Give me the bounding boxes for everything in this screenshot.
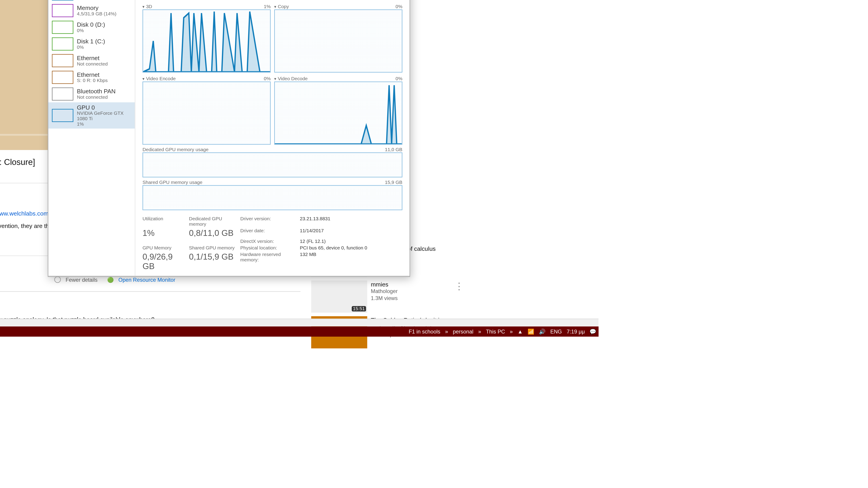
notifications-icon[interactable]: 💬 — [590, 328, 596, 334]
resource-bluetoothpan[interactable]: Bluetooth PANNot connected — [49, 86, 135, 102]
resource-disk0d[interactable]: Disk 0 (D:)0% — [49, 19, 135, 36]
volume-icon[interactable]: 🔊 — [539, 328, 546, 334]
resource-disk1c[interactable]: Disk 1 (C:)0% — [49, 36, 135, 53]
resource-memory[interactable]: Memory4,5/31,9 GB (14%) — [49, 2, 135, 19]
add-comment-input[interactable]: Add a public comment... — [0, 283, 301, 292]
resource-ethernet[interactable]: EthernetNot connected — [49, 53, 135, 69]
resource-ethernet[interactable]: EthernetS: 0 R: 0 Kbps — [49, 69, 135, 86]
tray-overflow-icon[interactable]: ▲ — [518, 328, 523, 334]
open-resource-monitor-link[interactable]: Open Resource Monitor — [119, 276, 176, 283]
description-link[interactable]: http://www.welchlabs.com — [0, 210, 49, 217]
task-manager-window: Task Manager — ▢ ✕ FileOptionsView Proce… — [48, 0, 410, 277]
gpu-chart-copy — [274, 9, 402, 73]
fewer-details-button[interactable]: Fewer details — [66, 276, 97, 283]
chart-selector[interactable]: Video Encode — [143, 76, 176, 82]
gpu-chart-3d — [143, 9, 271, 73]
recommended-video[interactable]: 15:51mmiesMathologer1.3M views⋮ — [311, 281, 464, 313]
more-icon[interactable]: ⋮ — [454, 281, 464, 313]
clock[interactable]: 7:19 μμ — [567, 328, 585, 334]
tray-item[interactable]: F1 in schools — [409, 328, 440, 334]
gpu-chart-video-encode — [143, 82, 271, 145]
system-tray: F1 in schools» personal» This PC» ▲ 📶 🔊 … — [409, 328, 598, 334]
tray-item[interactable]: personal — [453, 328, 473, 334]
chart-selector[interactable]: Video Decode — [274, 76, 308, 82]
windows-taskbar: ⊞ (49) Imaginary Numb… Task Manager All … — [0, 326, 598, 337]
chart-selector[interactable]: Copy — [274, 4, 289, 9]
language-indicator[interactable]: ENG — [550, 328, 562, 334]
tray-item[interactable]: This PC — [486, 328, 505, 334]
browser-status-bar: https://www.youtube.com/watch?v=-dhHrg-K… — [0, 319, 598, 326]
network-icon[interactable]: 📶 — [528, 328, 534, 334]
resource-list: CPU1% 2,68 GHzMemory4,5/31,9 GB (14%)Dis… — [49, 0, 135, 275]
gpu-chart-video-decode — [274, 82, 402, 145]
resource-gpu0[interactable]: GPU 0NVIDIA GeForce GTX 1080 Ti1% — [49, 102, 135, 129]
chart-selector[interactable]: 3D — [143, 4, 152, 9]
panel-heading: GPU — [143, 0, 168, 2]
gpu-memory-chart — [143, 153, 402, 177]
fewer-details-icon[interactable] — [54, 276, 61, 283]
resource-cpu[interactable]: CPU1% 2,68 GHz — [49, 0, 135, 2]
gpu-memory-chart — [143, 185, 402, 210]
